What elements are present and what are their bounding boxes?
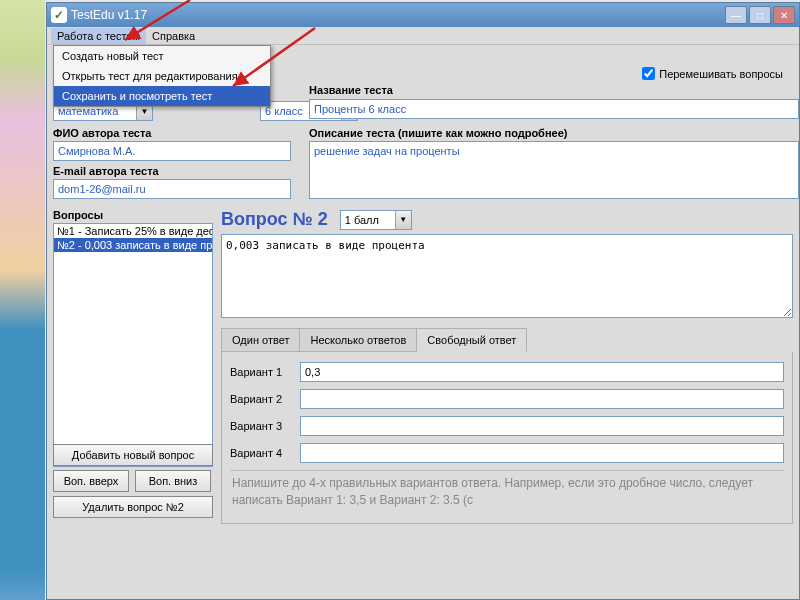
variant-label: Вариант 2: [230, 393, 292, 405]
test-name-label: Название теста: [309, 84, 393, 96]
author-label: ФИО автора теста: [53, 127, 151, 139]
variant-row: Вариант 4: [230, 443, 784, 463]
app-window: ✓ TestEdu v1.17 — □ ✕ Работа с тестом Сп…: [46, 2, 800, 600]
description-label: Описание теста (пишите как можно подробн…: [309, 127, 567, 139]
delete-question-button[interactable]: Удалить вопрос №2: [53, 496, 213, 518]
menu-file[interactable]: Работа с тестом: [51, 28, 146, 44]
answer-tab-panel: Вариант 1 Вариант 2 Вариант 3 Вариант 4: [221, 352, 793, 524]
window-controls: — □ ✕: [725, 6, 795, 24]
shuffle-checkbox[interactable]: [642, 67, 655, 80]
maximize-button[interactable]: □: [749, 6, 771, 24]
variant-label: Вариант 1: [230, 366, 292, 378]
menu-open-test[interactable]: Открыть тест для редактирования: [54, 66, 270, 86]
test-name-input[interactable]: [309, 99, 799, 119]
points-select-wrap: ▼: [340, 210, 412, 230]
author-input[interactable]: [53, 141, 291, 161]
variant-4-input[interactable]: [300, 443, 784, 463]
tab-single-answer[interactable]: Один ответ: [221, 328, 300, 352]
question-number-title: Вопрос № 2: [221, 209, 328, 230]
list-item[interactable]: №2 - 0,003 записать в виде пр: [54, 238, 212, 252]
tab-multiple-answers[interactable]: Несколько ответов: [299, 328, 417, 352]
points-select[interactable]: [340, 210, 412, 230]
email-input[interactable]: [53, 179, 291, 199]
question-editor: Вопрос № 2 ▼ Один ответ Несколько ответо…: [221, 209, 793, 524]
tab-free-answer[interactable]: Свободный ответ: [416, 328, 527, 352]
variant-row: Вариант 1: [230, 362, 784, 382]
questions-label: Вопросы: [53, 209, 213, 221]
variant-label: Вариант 4: [230, 447, 292, 459]
minimize-button[interactable]: —: [725, 6, 747, 24]
variant-row: Вариант 3: [230, 416, 784, 436]
menu-save-preview-test[interactable]: Сохранить и посмотреть тест: [54, 86, 270, 106]
content-area: ▼ ▼ Перемешивать вопросы Название теста …: [47, 45, 799, 528]
email-label: E-mail автора теста: [53, 165, 159, 177]
question-header: Вопрос № 2 ▼: [221, 209, 793, 230]
window-title: TestEdu v1.17: [71, 8, 725, 22]
question-list-buttons: Добавить новый вопрос Воп. вверх Воп. вн…: [53, 444, 213, 522]
shuffle-label: Перемешивать вопросы: [659, 68, 783, 80]
add-question-button[interactable]: Добавить новый вопрос: [53, 444, 213, 466]
menu-file-dropdown: Создать новый тест Открыть тест для реда…: [53, 45, 271, 107]
variant-2-input[interactable]: [300, 389, 784, 409]
titlebar: ✓ TestEdu v1.17 — □ ✕: [47, 3, 799, 27]
variant-3-input[interactable]: [300, 416, 784, 436]
list-item[interactable]: №1 - Записать 25% в виде дес: [54, 224, 212, 238]
variant-1-input[interactable]: [300, 362, 784, 382]
variant-row: Вариант 2: [230, 389, 784, 409]
description-textarea[interactable]: [309, 141, 799, 199]
move-down-button[interactable]: Воп. вниз: [135, 470, 211, 492]
close-button[interactable]: ✕: [773, 6, 795, 24]
answer-type-tabs: Один ответ Несколько ответов Свободный о…: [221, 328, 793, 352]
variant-hint-text: Напишите до 4-х правильных вариантов отв…: [230, 470, 784, 513]
variant-label: Вариант 3: [230, 420, 292, 432]
background-decor: [0, 0, 45, 600]
menubar: Работа с тестом Справка: [47, 27, 799, 45]
question-text[interactable]: [221, 234, 793, 318]
menu-help[interactable]: Справка: [146, 28, 201, 44]
menu-new-test[interactable]: Создать новый тест: [54, 46, 270, 66]
app-icon: ✓: [51, 7, 67, 23]
move-up-button[interactable]: Воп. вверх: [53, 470, 129, 492]
question-list[interactable]: №1 - Записать 25% в виде дес №2 - 0,003 …: [53, 223, 213, 467]
shuffle-checkbox-wrap: Перемешивать вопросы: [642, 67, 787, 80]
